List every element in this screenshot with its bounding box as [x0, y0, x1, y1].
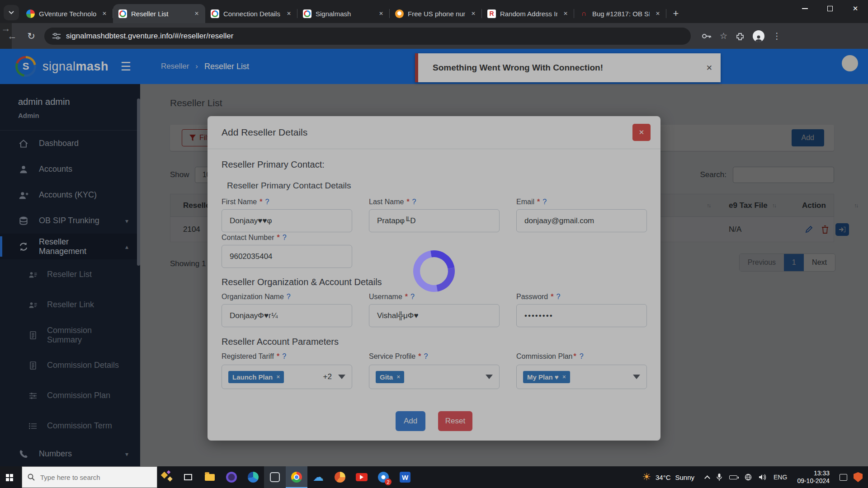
taskbar-search-input[interactable] — [39, 473, 143, 482]
random-address-favicon: R — [487, 9, 496, 18]
action-center-icon[interactable] — [840, 474, 847, 481]
taskbar-search[interactable] — [22, 466, 157, 488]
file-explorer-button[interactable] — [199, 466, 221, 488]
screen: GVenture Technology ✕ Reseller List ✕ Co… — [0, 0, 868, 488]
media-player-button[interactable] — [221, 466, 242, 488]
lens-icon — [270, 472, 280, 482]
chevron-down-icon — [9, 11, 14, 14]
tray-expand-icon[interactable] — [704, 475, 710, 481]
task-view-icon — [184, 474, 192, 480]
chat-app-button[interactable]: 2 — [373, 466, 394, 488]
tab-close-icon[interactable]: ✕ — [100, 9, 108, 18]
chrome-button[interactable] — [286, 466, 307, 488]
profile-avatar[interactable] — [753, 30, 764, 42]
tab-close-icon[interactable]: ✕ — [193, 9, 201, 18]
edge-icon — [248, 472, 259, 483]
new-tab-button[interactable]: + — [669, 7, 683, 20]
web-viewport: S signalmash ☰ Reseller › Reseller List … — [0, 49, 868, 466]
tab-random-address[interactable]: R Random Address In U ✕ — [482, 4, 574, 23]
weather-condition: Sunny — [675, 474, 694, 481]
word-button[interactable]: W — [394, 466, 416, 488]
media-player-icon — [226, 472, 237, 483]
menu-kebab-icon[interactable]: ⋮ — [773, 31, 781, 41]
tab-title: Free US phone numb — [408, 10, 465, 18]
refresh-button[interactable]: ↻ — [25, 31, 37, 42]
maximize-icon — [827, 6, 833, 11]
tab-title: Signalmash — [316, 10, 373, 18]
task-view-button[interactable] — [177, 466, 199, 488]
phone-site-favicon — [395, 9, 404, 18]
window-maximize-button[interactable] — [817, 0, 843, 17]
chrome-icon — [291, 472, 302, 483]
tab-bug-12817[interactable]: ∩ Bug #12817: OB SIP t ✕ — [574, 4, 666, 23]
tray-icons: ENG — [701, 474, 792, 481]
tab-title: Reseller List — [131, 10, 189, 18]
youtube-icon — [356, 473, 368, 481]
system-tray: ☀ 34°C Sunny ENG 13:33 09-10-2024 — [636, 466, 868, 488]
browser-tabstrip: GVenture Technology ✕ Reseller List ✕ Co… — [0, 0, 868, 23]
firefox-icon — [335, 472, 345, 483]
battery-icon[interactable] — [729, 475, 737, 479]
folder-icon — [205, 474, 215, 481]
language-indicator[interactable]: ENG — [774, 474, 787, 481]
tab-free-us-phone[interactable]: Free US phone numb ✕ — [390, 4, 482, 23]
tab-gventure[interactable]: GVenture Technology ✕ — [21, 4, 113, 23]
windows-logo-icon — [6, 474, 9, 477]
window-minimize-button[interactable] — [792, 0, 817, 17]
notification-badge: 2 — [385, 479, 392, 485]
weather-widget[interactable]: ☀ 34°C Sunny — [636, 466, 701, 488]
tab-close-icon[interactable]: ✕ — [285, 9, 293, 18]
signalmash-favicon — [303, 9, 311, 18]
tab-close-icon[interactable]: ✕ — [469, 9, 477, 18]
antivirus-shield-icon[interactable] — [854, 472, 863, 482]
tab-title: GVenture Technology — [39, 10, 96, 18]
tab-reseller-list[interactable]: Reseller List ✕ — [113, 4, 205, 23]
snip-tool-button[interactable] — [264, 466, 286, 488]
bookmark-star-icon[interactable]: ☆ — [720, 31, 727, 41]
tab-signalmash[interactable]: Signalmash ✕ — [297, 4, 390, 23]
tab-search-button[interactable] — [4, 5, 19, 20]
weather-temp: 34°C — [656, 474, 671, 481]
tab-title: Random Address In U — [500, 10, 557, 18]
sun-icon: ☀ — [642, 471, 651, 483]
address-bar[interactable]: signalmashdbtest.gventure.info/#/reselle… — [44, 28, 691, 45]
search-icon — [28, 474, 35, 481]
taskbar-clock[interactable]: 13:33 09-10-2024 — [792, 469, 835, 485]
taskbar: ☁ 2 W ☀ 34°C Sunny ENG 13:33 09-10-2024 — [0, 466, 868, 488]
gventure-favicon — [26, 9, 35, 18]
person-icon — [755, 35, 763, 42]
signalmash-favicon — [211, 9, 219, 18]
url-text: signalmashdbtest.gventure.info/#/reselle… — [66, 32, 233, 41]
sparkle-icon[interactable] — [157, 466, 177, 488]
tab-connection-details[interactable]: Connection Details ✕ — [205, 4, 297, 23]
word-icon: W — [400, 472, 410, 483]
clock-date: 09-10-2024 — [797, 477, 830, 485]
tab-close-icon[interactable]: ✕ — [561, 9, 570, 18]
microphone-icon[interactable] — [717, 474, 722, 481]
extensions-icon[interactable] — [736, 32, 745, 41]
toolbar-actions: ☆ ⋮ — [702, 30, 781, 42]
tab-close-icon[interactable]: ✕ — [654, 9, 662, 18]
tab-close-icon[interactable]: ✕ — [377, 9, 385, 18]
signalmash-favicon — [118, 9, 127, 18]
forward-button[interactable]: → — [0, 23, 12, 49]
edge-button[interactable] — [242, 466, 264, 488]
youtube-button[interactable] — [351, 466, 373, 488]
sparkle-shape — [167, 476, 172, 481]
minimize-icon — [802, 8, 808, 9]
window-controls: ✕ — [792, 0, 868, 17]
site-settings-icon — [52, 33, 61, 39]
browser-toolbar: ← → ↻ signalmashdbtest.gventure.info/#/r… — [0, 23, 868, 49]
redmine-favicon: ∩ — [580, 9, 588, 18]
passwords-key-icon[interactable] — [702, 33, 712, 39]
firefox-button[interactable] — [329, 466, 351, 488]
onedrive-button[interactable]: ☁ — [307, 466, 329, 488]
tab-title: Bug #12817: OB SIP t — [592, 10, 650, 18]
start-button[interactable] — [0, 466, 22, 488]
sparkle-shape — [167, 470, 170, 474]
volume-icon[interactable] — [759, 474, 766, 480]
network-icon[interactable] — [745, 474, 752, 481]
cloud-icon: ☁ — [313, 471, 324, 483]
clock-time: 13:33 — [797, 469, 830, 477]
window-close-button[interactable]: ✕ — [843, 0, 868, 17]
